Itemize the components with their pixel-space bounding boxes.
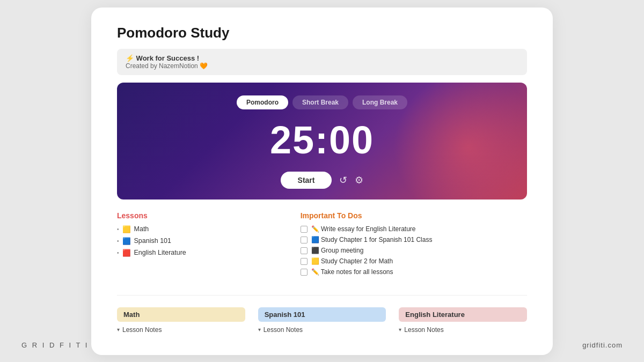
todo-item-3: 🟨 Study Chapter 2 for Math bbox=[301, 257, 527, 265]
timer-tabs: Pomodoro Short Break Long Break bbox=[128, 95, 516, 109]
lesson-label-spanish: Spanish 101 bbox=[134, 237, 172, 245]
lesson-label-english: English Literature bbox=[134, 249, 186, 256]
todo-text-2: ⬛ Group meeting bbox=[311, 247, 364, 254]
lesson-item-spanish: • 🟦 Spanish 101 bbox=[117, 237, 279, 245]
lesson-item-english: • 🟥 English Literature bbox=[117, 249, 279, 257]
subject-header-math: Math bbox=[117, 307, 245, 322]
bullet-icon: • bbox=[117, 250, 119, 256]
subject-header-spanish: Spanish 101 bbox=[258, 307, 386, 322]
lesson-emoji-spanish: 🟦 bbox=[122, 237, 131, 245]
todo-item-2: ⬛ Group meeting bbox=[301, 247, 527, 254]
checkbox-0[interactable] bbox=[301, 226, 308, 233]
timer-controls: Start ↺ ⚙ bbox=[128, 172, 516, 189]
lesson-label-math: Math bbox=[134, 225, 149, 233]
branding-left: G R I D F I T I bbox=[21, 341, 89, 349]
lesson-notes-spanish[interactable]: ▾ Lesson Notes bbox=[258, 326, 386, 334]
tab-long-break[interactable]: Long Break bbox=[353, 95, 407, 109]
start-button[interactable]: Start bbox=[281, 172, 332, 189]
todos-title: Important To Dos bbox=[301, 211, 527, 220]
lesson-notes-label-english: Lesson Notes bbox=[404, 326, 443, 334]
banner-line2: Created by NazemNotion 🧡 bbox=[126, 62, 518, 70]
checkbox-1[interactable] bbox=[301, 237, 308, 243]
bullet-icon: • bbox=[117, 226, 119, 232]
todos-column: Important To Dos ✏️ Write essay for Engl… bbox=[301, 211, 527, 279]
content-section: Lessons • 🟨 Math • 🟦 Spanish 101 • 🟥 Eng… bbox=[117, 211, 527, 279]
timer-display: 25:00 bbox=[128, 118, 516, 162]
checkbox-4[interactable] bbox=[301, 269, 308, 276]
subject-header-english: English Literature bbox=[399, 307, 527, 322]
todo-item-4: ✏️ Take notes for all lessons bbox=[301, 268, 527, 276]
todo-text-0: ✏️ Write essay for English Literature bbox=[311, 225, 416, 233]
todo-text-4: ✏️ Take notes for all lessons bbox=[311, 268, 393, 276]
timer-widget: Pomodoro Short Break Long Break 25:00 St… bbox=[117, 83, 527, 200]
lessons-list: • 🟨 Math • 🟦 Spanish 101 • 🟥 English Lit… bbox=[117, 225, 279, 257]
todo-item-1: 🟦 Study Chapter 1 for Spanish 101 Class bbox=[301, 236, 527, 243]
lesson-notes-math[interactable]: ▾ Lesson Notes bbox=[117, 326, 245, 334]
lesson-notes-label-spanish: Lesson Notes bbox=[264, 326, 303, 334]
lesson-emoji-math: 🟨 bbox=[122, 225, 131, 233]
main-card: Pomodoro Study ⚡ Work for Success ! Crea… bbox=[91, 8, 553, 355]
lesson-notes-label-math: Lesson Notes bbox=[122, 326, 162, 334]
lesson-emoji-english: 🟥 bbox=[122, 249, 131, 257]
subject-card-english: English Literature ▾ Lesson Notes bbox=[399, 307, 527, 334]
triangle-icon-spanish: ▾ bbox=[258, 327, 261, 333]
subject-card-math: Math ▾ Lesson Notes bbox=[117, 307, 245, 334]
lesson-notes-english[interactable]: ▾ Lesson Notes bbox=[399, 326, 527, 334]
triangle-icon-english: ▾ bbox=[399, 327, 401, 333]
lessons-column: Lessons • 🟨 Math • 🟦 Spanish 101 • 🟥 Eng… bbox=[117, 211, 279, 279]
branding-right: gridfiti.com bbox=[582, 341, 623, 349]
banner: ⚡ Work for Success ! Created by NazemNot… bbox=[117, 49, 527, 75]
todo-text-3: 🟨 Study Chapter 2 for Math bbox=[311, 257, 393, 265]
tab-pomodoro[interactable]: Pomodoro bbox=[237, 95, 288, 109]
todo-item-0: ✏️ Write essay for English Literature bbox=[301, 225, 527, 233]
settings-icon[interactable]: ⚙ bbox=[355, 174, 363, 186]
reset-icon[interactable]: ↺ bbox=[339, 174, 347, 186]
lesson-item-math: • 🟨 Math bbox=[117, 225, 279, 233]
checkbox-2[interactable] bbox=[301, 247, 308, 254]
page-title: Pomodoro Study bbox=[117, 25, 527, 41]
subjects-row: Math ▾ Lesson Notes Spanish 101 ▾ Lesson… bbox=[117, 295, 527, 334]
bullet-icon: • bbox=[117, 238, 119, 244]
triangle-icon-math: ▾ bbox=[117, 327, 120, 333]
checkbox-3[interactable] bbox=[301, 258, 308, 265]
banner-line1: ⚡ Work for Success ! bbox=[126, 54, 518, 62]
todo-text-1: 🟦 Study Chapter 1 for Spanish 101 Class bbox=[311, 236, 433, 243]
todos-list: ✏️ Write essay for English Literature 🟦 … bbox=[301, 225, 527, 276]
tab-short-break[interactable]: Short Break bbox=[292, 95, 348, 109]
lessons-title: Lessons bbox=[117, 211, 279, 220]
subject-card-spanish: Spanish 101 ▾ Lesson Notes bbox=[258, 307, 386, 334]
